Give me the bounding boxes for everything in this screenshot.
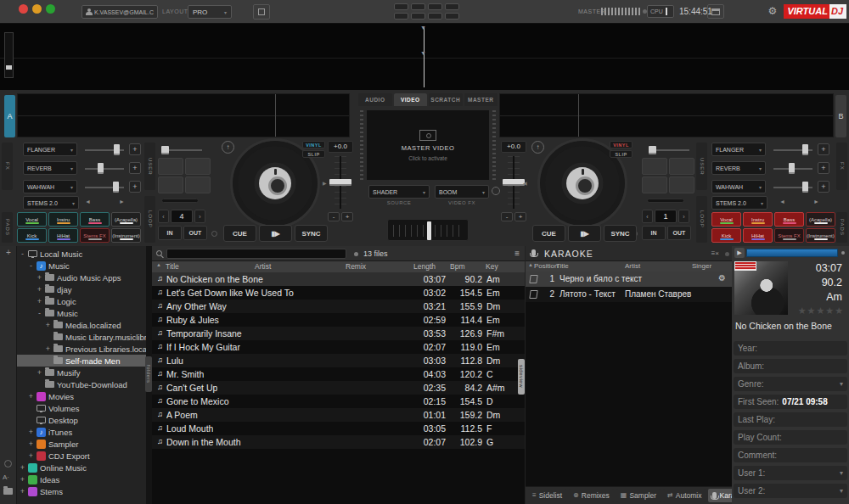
info-field[interactable]: User 1:▾ <box>734 466 847 480</box>
loop-in-button[interactable]: IN <box>642 226 666 240</box>
karaoke-option-dot[interactable] <box>725 252 729 256</box>
tree-expander[interactable]: + <box>28 392 34 400</box>
waveform-zoom-handle[interactable] <box>6 65 12 70</box>
info-field[interactable]: Play Count: <box>734 430 847 445</box>
tab-audio[interactable]: AUDIO <box>358 93 392 106</box>
user-pad[interactable] <box>669 158 694 175</box>
window-close-button[interactable] <box>19 4 28 14</box>
track-row[interactable]: ♫No Chicken on the Bone03:0790.2Am <box>152 272 525 286</box>
stem-pad[interactable]: Stems FX <box>80 228 110 243</box>
effect-select[interactable]: WAHWAH▾ <box>711 180 766 193</box>
waveform-zoom-preset[interactable] <box>428 3 442 10</box>
tree-expander[interactable]: - <box>28 261 34 270</box>
sort-asc-icon[interactable]: ▲ <box>528 262 533 267</box>
preview-progress-bar[interactable] <box>746 249 838 257</box>
slip-mode-button[interactable]: SLIP <box>302 150 325 158</box>
cue-button[interactable]: CUE <box>532 225 565 242</box>
tree-item[interactable]: +Media.localized <box>17 319 146 331</box>
info-field[interactable]: User 2:▾ <box>734 484 847 498</box>
effect-activate-button[interactable]: + <box>129 162 141 174</box>
loop-move-slider[interactable] <box>161 199 199 203</box>
pad-page-prev-icon[interactable]: ◄ <box>85 199 91 204</box>
stems-mode-select[interactable]: STEMS 2.0▾ <box>711 196 767 210</box>
info-field[interactable]: Last Play: <box>734 412 847 427</box>
sideview-tab[interactable]: sideview <box>518 359 525 395</box>
tree-item[interactable]: Self-made Men <box>17 355 146 367</box>
waveform-zoom-preset[interactable] <box>394 3 408 10</box>
deck-a-tab[interactable]: A <box>4 95 15 137</box>
track-row[interactable]: ♫Ruby & Jules02:59114.4Em <box>152 313 525 327</box>
master-video-panel[interactable]: MASTER VIDEO Click to activate <box>367 110 489 180</box>
stem-pad[interactable]: (Acapella) <box>111 212 141 227</box>
fx-section-label[interactable]: FX <box>2 143 13 190</box>
load-track-button[interactable]: ↑ <box>222 141 234 154</box>
karaoke-row[interactable]: 2Лятото - ТекстПламен Ставрев <box>526 287 733 302</box>
tab-master[interactable]: MASTER <box>464 93 498 106</box>
stem-pad[interactable]: Instru <box>743 212 773 227</box>
tab-video[interactable]: VIDEO <box>394 93 428 106</box>
effect-level-slider[interactable] <box>773 163 812 174</box>
vinyl-mode-button[interactable]: VINYL <box>610 141 633 148</box>
stem-pad[interactable]: (Acapella) <box>806 212 835 227</box>
key-slider-handle[interactable] <box>161 146 169 154</box>
tree-item[interactable]: +Sampler <box>17 438 146 450</box>
tree-expander[interactable]: + <box>37 273 42 282</box>
loop-section-label[interactable]: LOOP <box>144 196 155 243</box>
stems-mode-select[interactable]: STEMS 2.0▾ <box>23 196 79 210</box>
waveform-zoom-preset[interactable] <box>411 3 425 10</box>
tree-item[interactable]: +Audio Music Apps <box>17 272 146 283</box>
effect-select[interactable]: FLANGER▾ <box>711 143 766 156</box>
stem-pad[interactable]: Bass <box>774 212 804 227</box>
tree-item[interactable]: +Logic <box>17 295 146 307</box>
tree-item[interactable]: YouTube-Download <box>17 378 146 390</box>
tree-item[interactable]: Volumes <box>17 402 146 414</box>
star-icon[interactable]: ★ <box>798 305 807 316</box>
tree-item[interactable]: +djay <box>17 283 146 295</box>
album-art[interactable] <box>734 261 788 315</box>
effect-select[interactable]: REVERB▾ <box>711 161 766 175</box>
stem-pad[interactable]: Vocal <box>711 212 741 227</box>
tree-item[interactable]: -Music <box>17 307 146 319</box>
effect-select[interactable]: REVERB▾ <box>23 161 77 175</box>
deck-option-dot[interactable] <box>211 231 217 237</box>
track-row[interactable]: ♫If I Hock My Guitar02:07119.0Em <box>152 340 525 354</box>
tree-item[interactable]: +Stems <box>17 485 146 497</box>
user-pad[interactable] <box>158 158 183 175</box>
tree-expander[interactable]: + <box>20 463 25 472</box>
track-row[interactable]: ♫Any Other Way03:21155.9Dm <box>152 300 525 313</box>
toolbar-remixes-button[interactable]: ⊗Remixes <box>569 489 614 502</box>
tree-item[interactable]: +Movies <box>17 390 146 402</box>
column-header-remix[interactable]: Remix <box>346 262 366 271</box>
play-pause-button[interactable]: ▮▶ <box>568 225 601 242</box>
master-volume-meter[interactable] <box>601 8 640 15</box>
sync-button[interactable]: SYNC <box>295 225 328 242</box>
load-track-button[interactable]: ↑ <box>531 141 544 154</box>
gear-icon[interactable]: ⚙ <box>718 273 726 283</box>
loop-out-button[interactable]: OUT <box>183 226 207 240</box>
tree-expander[interactable]: + <box>45 344 51 353</box>
track-row[interactable]: ♫Can't Get Up02:3584.2A#m <box>152 381 525 395</box>
sort-az-button[interactable]: A· <box>3 473 9 481</box>
loop-out-button[interactable]: OUT <box>667 226 691 240</box>
pads-section-label[interactable]: PADS <box>2 212 13 243</box>
effect-level-slider[interactable] <box>773 144 812 155</box>
folder-icon[interactable] <box>3 488 13 495</box>
add-folder-button[interactable]: + <box>3 248 14 258</box>
loop-in-button[interactable]: IN <box>158 226 182 240</box>
stem-pad[interactable]: HiHat <box>743 228 773 243</box>
tree-item[interactable]: +Musify <box>17 367 146 378</box>
slip-mode-button[interactable]: SLIP <box>610 150 633 158</box>
column-header-artist[interactable]: Artist <box>255 262 271 271</box>
stem-pad[interactable]: HiHat <box>48 228 78 243</box>
info-field[interactable]: Year: <box>734 341 847 356</box>
loop-double-button[interactable]: › <box>678 210 689 223</box>
tree-item[interactable]: +♪iTunes <box>17 426 146 438</box>
user-pads-label[interactable]: USER <box>144 143 155 190</box>
waveform-zoom-preset[interactable] <box>394 13 408 20</box>
effect-level-handle[interactable] <box>114 144 120 155</box>
star-icon[interactable]: ★ <box>816 305 825 316</box>
user-pad[interactable] <box>185 158 211 175</box>
track-row[interactable]: ♫Let's Get Down like We Used To03:02154.… <box>152 286 525 300</box>
pad-page-next-icon[interactable]: ► <box>813 199 819 204</box>
sort-asc-icon[interactable]: ▲ <box>156 262 161 267</box>
